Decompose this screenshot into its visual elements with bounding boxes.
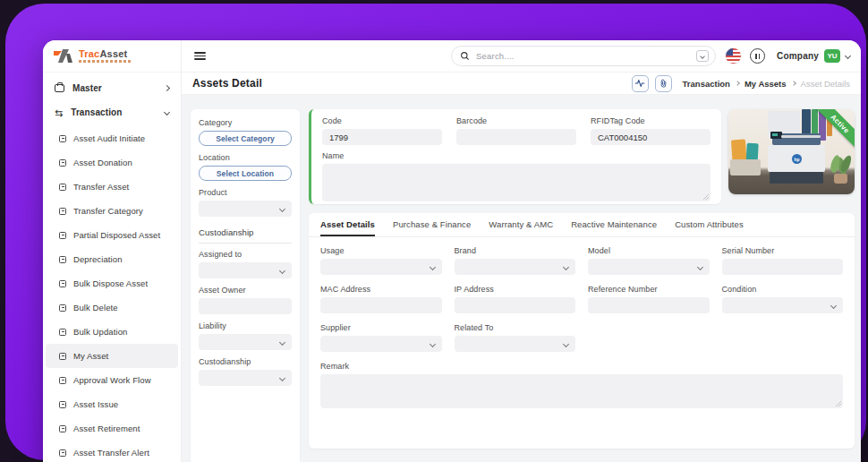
rfid-field: RFIDTag Code CAT0004150 — [591, 116, 711, 145]
square-minus-icon — [59, 232, 66, 239]
sidebar-item-bulk-updation[interactable]: Bulk Updation — [46, 320, 178, 344]
square-minus-icon — [59, 304, 66, 312]
serial-number-field: Serial Number — [722, 246, 844, 275]
photo-folder — [730, 159, 761, 175]
filter-panel: Category Select Category Location Select… — [191, 109, 300, 462]
sidebar-item-label: Approval Work Flow — [73, 375, 151, 385]
sidebar-item-label: Partial Disposed Asset — [73, 230, 160, 240]
sidebar-item-label: Bulk Delete — [73, 303, 118, 312]
tabs: Asset Details Purchase & Finance Warrant… — [309, 213, 855, 237]
product-label: Product — [199, 188, 292, 197]
chevron-right-icon — [164, 85, 170, 91]
sidebar-item-approval-work-flow[interactable]: Approval Work Flow — [46, 368, 178, 392]
company-chevron-down-icon[interactable] — [845, 53, 851, 59]
sidebar-item-asset-audit-initiate[interactable]: Asset Audit Initiate — [46, 126, 178, 150]
related-to-select[interactable] — [455, 336, 576, 352]
spacer-cell — [722, 323, 844, 352]
sidebar-item-transfer-asset[interactable]: Transfer Asset — [46, 175, 178, 199]
sidebar-item-transfer-category[interactable]: Transfer Category — [46, 199, 178, 223]
liability-label: Liability — [199, 321, 292, 330]
tab-custom-attributes[interactable]: Custom Attributes — [675, 213, 744, 236]
sidebar-item-label: Transaction — [71, 107, 122, 117]
reference-number-field: Reference Number — [588, 285, 710, 313]
sidebar-item-depreciation[interactable]: Depreciation — [46, 247, 178, 271]
tab-purchase-finance[interactable]: Purchase & Finance — [393, 213, 471, 236]
usage-field: Usage — [320, 246, 442, 275]
page-title: Assets Detail — [192, 77, 262, 90]
sidebar-item-bulk-dispose-asset[interactable]: Bulk Dispose Asset — [46, 271, 178, 295]
select-category-button[interactable]: Select Category — [199, 131, 292, 146]
chevron-down-icon — [279, 338, 285, 345]
hamburger-menu-icon[interactable] — [194, 52, 206, 60]
photo-printer: hp — [768, 133, 825, 184]
search-icon — [460, 51, 470, 61]
condition-select[interactable] — [722, 297, 844, 313]
usage-select[interactable] — [320, 259, 442, 275]
chevron-down-icon — [429, 263, 435, 270]
sidebar-item-partial-disposed-asset[interactable]: Partial Disposed Asset — [46, 223, 178, 247]
attachments-button[interactable] — [655, 75, 672, 92]
breadcrumb-my-assets[interactable]: My Assets — [745, 79, 787, 89]
liability-select[interactable] — [199, 334, 292, 350]
paperclip-icon — [659, 79, 668, 89]
brand-select[interactable] — [455, 259, 576, 275]
barcode-input[interactable] — [456, 129, 576, 145]
chevron-down-icon — [830, 302, 837, 308]
sidebar-item-asset-donation[interactable]: Asset Donation — [46, 150, 178, 175]
square-minus-icon — [59, 135, 66, 142]
ip-address-input[interactable] — [455, 297, 576, 313]
sidebar-item-bulk-delete[interactable]: Bulk Delete — [46, 295, 178, 320]
custodianship-select[interactable] — [199, 370, 292, 386]
code-input[interactable]: 1799 — [322, 129, 442, 145]
name-textarea[interactable] — [322, 164, 711, 201]
resize-grip-icon[interactable] — [835, 400, 841, 406]
custodianship-label: Custodianship — [199, 357, 292, 366]
rfid-input[interactable]: CAT0004150 — [591, 129, 711, 145]
serial-number-input[interactable] — [722, 259, 844, 275]
square-minus-icon — [59, 377, 66, 384]
square-minus-icon — [59, 159, 66, 167]
app-window: TracAsset Master ⇆ Transaction Asset Aud… — [43, 40, 861, 462]
remark-textarea[interactable] — [320, 374, 843, 408]
sidebar-item-label: Asset Donation — [73, 158, 132, 167]
tab-reactive-maintenance[interactable]: Reactive Maintenance — [571, 213, 657, 236]
field-label: Serial Number — [722, 246, 844, 255]
model-select[interactable] — [588, 259, 710, 275]
sidebar-item-master[interactable]: Master — [43, 76, 181, 100]
square-minus-icon — [59, 184, 66, 191]
resize-grip-icon[interactable] — [702, 193, 709, 200]
chevron-down-icon — [429, 340, 435, 346]
sidebar-item-asset-transfer-alert[interactable]: Asset Transfer Alert — [46, 441, 178, 462]
supplier-field: Supplier — [320, 323, 442, 352]
user-avatar-badge[interactable]: YU — [824, 49, 840, 63]
page-header: Assets Detail Transaction My Assets Asse… — [182, 73, 861, 95]
select-location-button[interactable]: Select Location — [199, 166, 292, 181]
activity-log-button[interactable] — [632, 75, 649, 92]
details-card: Asset Details Purchase & Finance Warrant… — [309, 213, 855, 449]
product-select[interactable] — [199, 201, 292, 217]
sidebar-item-label: Transfer Asset — [73, 182, 129, 192]
sidebar-menu: Master ⇆ Transaction Asset Audit Initiat… — [43, 73, 181, 462]
reference-number-input[interactable] — [588, 297, 710, 313]
breadcrumb-transaction[interactable]: Transaction — [683, 79, 730, 89]
pause-circle-icon[interactable] — [750, 48, 765, 64]
tab-asset-details[interactable]: Asset Details — [320, 213, 375, 236]
language-flag-icon[interactable] — [726, 48, 741, 64]
topbar: Search.... Company YU — [182, 40, 861, 73]
company-label: Company — [777, 51, 819, 61]
sidebar-item-my-asset[interactable]: My Asset — [46, 344, 178, 368]
sidebar-item-transaction[interactable]: ⇆ Transaction — [43, 100, 181, 124]
sidebar-item-asset-retirement[interactable]: Asset Retirement — [46, 416, 178, 441]
mac-address-input[interactable] — [320, 297, 442, 313]
ip-address-field: IP Address — [455, 285, 576, 313]
field-label: Supplier — [320, 323, 442, 332]
sidebar-item-asset-issue[interactable]: Asset Issue — [46, 392, 178, 416]
chevron-down-icon — [563, 263, 569, 270]
tab-warranty-amc[interactable]: Warranty & AMC — [489, 213, 553, 236]
asset-owner-input[interactable] — [199, 298, 292, 314]
brand-field: Brand — [455, 246, 576, 275]
brand-name: TracAsset — [79, 49, 131, 63]
search-input[interactable]: Search.... — [451, 46, 716, 66]
supplier-select[interactable] — [320, 336, 442, 352]
assigned-to-select[interactable] — [199, 262, 292, 278]
